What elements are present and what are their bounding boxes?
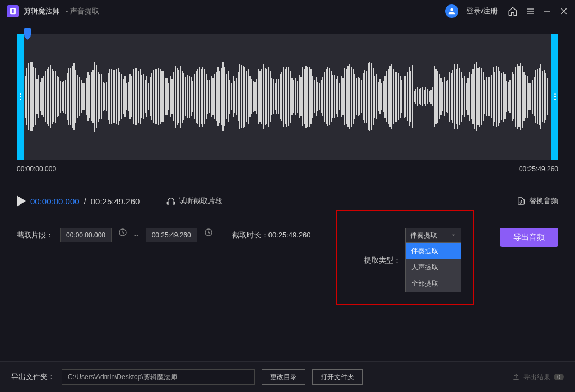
export-audio-button[interactable]: 导出音频 [500,228,558,247]
footer: 导出文件夹： 更改目录 打开文件夹 导出结果 0 [0,361,575,392]
time-separator: / [84,197,86,206]
clip-start-input[interactable] [60,228,112,242]
play-button[interactable] [17,195,26,207]
export-result-link[interactable]: 导出结果 0 [512,372,564,382]
change-dir-button[interactable]: 更改目录 [262,369,305,385]
export-count-badge: 0 [554,374,564,380]
playback-total-time: 00:25:49.260 [91,197,140,206]
svg-rect-11 [173,202,175,204]
app-logo-icon [7,5,19,17]
svg-rect-2 [14,8,15,13]
duration-label: 截取时长：00:25:49.260 [232,228,311,242]
waveform-end-time: 00:25:49.260 [519,165,558,173]
headphones-icon [166,197,175,206]
main-area: 00:00:00.000 00:25:49.260 00:00:00.000 /… [0,22,575,361]
export-folder-label: 导出文件夹： [11,372,55,382]
titlebar: 剪辑魔法师 - 声音提取 登录/注册 [0,0,575,22]
playbar: 00:00:00.000 / 00:25:49.260 试听截取片段 替换音频 [17,195,558,207]
replace-audio-button[interactable]: 替换音频 [517,196,558,206]
app-name: 剪辑魔法师 [24,6,60,16]
clip-label: 截取片段： [17,228,53,242]
waveform[interactable] [17,34,558,160]
svg-rect-10 [168,202,169,204]
title-left: 剪辑魔法师 - 声音提取 [7,5,99,17]
trim-handle-right[interactable] [551,34,558,160]
avatar-icon[interactable] [445,4,458,18]
close-icon[interactable] [559,7,568,16]
waveform-bars[interactable] [24,60,551,133]
waveform-start-time: 00:00:00.000 [17,165,56,173]
export-folder-input[interactable] [62,369,255,385]
reset-end-icon[interactable] [204,228,213,237]
controls-row: 截取片段： -- 截取时长：00:25:49.260 提取类型： 伴奏提取 伴奏… [17,228,558,242]
svg-rect-1 [11,8,12,13]
playhead-marker[interactable] [24,28,565,40]
waveform-time-row: 00:00:00.000 00:25:49.260 [17,165,558,173]
title-right: 登录/注册 [445,4,568,18]
clip-end-input[interactable] [146,228,197,242]
trim-handle-left[interactable] [17,34,24,160]
open-dir-button[interactable]: 打开文件夹 [312,369,363,385]
playback-current-time: 00:00:00.000 [30,197,80,206]
menu-icon[interactable] [526,7,535,16]
svg-point-3 [451,8,453,11]
reset-start-icon[interactable] [118,228,127,237]
clip-sep: -- [134,228,139,242]
highlight-annotation [336,210,474,305]
upload-icon [512,373,520,381]
login-register-link[interactable]: 登录/注册 [466,6,498,16]
home-icon[interactable] [508,6,518,16]
svg-rect-0 [10,8,15,13]
minimize-icon[interactable] [542,7,551,16]
music-file-icon [517,197,526,206]
preview-segment-button[interactable]: 试听截取片段 [166,196,222,206]
page-title: - 声音提取 [66,6,99,16]
